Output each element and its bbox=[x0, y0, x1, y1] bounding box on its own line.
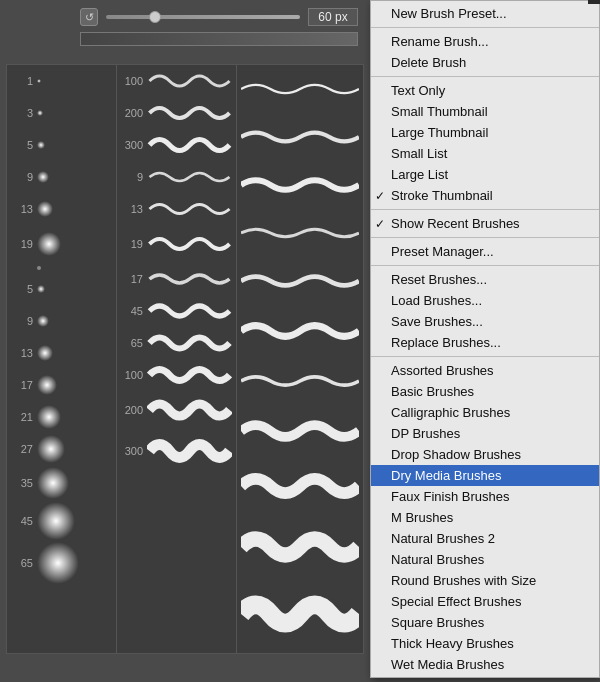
stroke-300[interactable]: 300 bbox=[117, 129, 236, 161]
menu-item-basic-brushes[interactable]: Basic Brushes bbox=[371, 381, 599, 402]
menu-item-stroke-thumbnail[interactable]: ✓Stroke Thumbnail bbox=[371, 185, 599, 206]
menu-item-dry-media-brushes[interactable]: Dry Media Brushes bbox=[371, 465, 599, 486]
menu-item-dp-brushes[interactable]: DP Brushes bbox=[371, 423, 599, 444]
menu-item-show-recent-brushes[interactable]: ✓Show Recent Brushes bbox=[371, 213, 599, 234]
brush-strokes-mid: 100 200 300 9 bbox=[117, 65, 237, 653]
brush-dot-13 bbox=[37, 201, 53, 217]
menu-item-small-list[interactable]: Small List bbox=[371, 143, 599, 164]
menu-item-new-brush-preset[interactable]: New Brush Preset... bbox=[371, 3, 599, 24]
brush-item-3[interactable]: 3 bbox=[7, 97, 116, 129]
menu-item-assorted-brushes[interactable]: Assorted Brushes bbox=[371, 360, 599, 381]
size-input[interactable] bbox=[308, 8, 358, 26]
brush-item-1[interactable]: 1 bbox=[7, 65, 116, 97]
menu-separator-4 bbox=[371, 76, 599, 77]
stroke-9[interactable]: 9 bbox=[117, 161, 236, 193]
right-stroke-5[interactable] bbox=[237, 257, 363, 305]
brush-item-dot[interactable] bbox=[7, 263, 116, 273]
stroke-45[interactable]: 45 bbox=[117, 295, 236, 327]
stroke-19[interactable]: 19 bbox=[117, 225, 236, 263]
menu-item-label: Text Only bbox=[391, 83, 445, 98]
menu-item-load-brushes[interactable]: Load Brushes... bbox=[371, 290, 599, 311]
menu-item-calligraphic-brushes[interactable]: Calligraphic Brushes bbox=[371, 402, 599, 423]
brush-dot-small bbox=[37, 266, 41, 270]
menu-item-label: Replace Brushes... bbox=[391, 335, 501, 350]
right-stroke-7[interactable] bbox=[237, 357, 363, 405]
menu-item-m-brushes[interactable]: M Brushes bbox=[371, 507, 599, 528]
menu-item-label: Basic Brushes bbox=[391, 384, 474, 399]
right-stroke-11[interactable] bbox=[237, 579, 363, 649]
dropdown-menu: New Brush Preset...Rename Brush...Delete… bbox=[370, 0, 600, 678]
menu-item-large-thumbnail[interactable]: Large Thumbnail bbox=[371, 122, 599, 143]
left-panel: ↺ 1 3 5 bbox=[0, 0, 370, 682]
menu-item-natural-brushes-2[interactable]: Natural Brushes 2 bbox=[371, 528, 599, 549]
menu-item-preset-manager[interactable]: Preset Manager... bbox=[371, 241, 599, 262]
menu-item-label: Drop Shadow Brushes bbox=[391, 447, 521, 462]
menu-item-square-brushes[interactable]: Square Brushes bbox=[371, 612, 599, 633]
menu-item-wet-media-brushes[interactable]: Wet Media Brushes bbox=[371, 654, 599, 675]
menu-item-label: Large Thumbnail bbox=[391, 125, 488, 140]
menu-item-label: Faux Finish Brushes bbox=[391, 489, 510, 504]
menu-item-label: Stroke Thumbnail bbox=[391, 188, 493, 203]
menu-separator-1 bbox=[371, 27, 599, 28]
brush-item-45[interactable]: 45 bbox=[7, 501, 116, 541]
checkmark-icon: ✓ bbox=[375, 189, 385, 203]
brush-item-13[interactable]: 13 bbox=[7, 193, 116, 225]
stroke-17[interactable]: 17 bbox=[117, 263, 236, 295]
stroke-13[interactable]: 13 bbox=[117, 193, 236, 225]
menu-item-large-list[interactable]: Large List bbox=[371, 164, 599, 185]
stroke-wave-100b bbox=[147, 362, 232, 388]
stroke-200b[interactable]: 200 bbox=[117, 391, 236, 429]
brush-item-13b[interactable]: 13 bbox=[7, 337, 116, 369]
menu-item-delete-brush[interactable]: Delete Brush bbox=[371, 52, 599, 73]
menu-item-label: Wet Media Brushes bbox=[391, 657, 504, 672]
stroke-100[interactable]: 100 bbox=[117, 65, 236, 97]
brush-item-65[interactable]: 65 bbox=[7, 541, 116, 585]
brush-item-35[interactable]: 35 bbox=[7, 465, 116, 501]
menu-item-reset-brushes[interactable]: Reset Brushes... bbox=[371, 269, 599, 290]
menu-item-special-effect-brushes[interactable]: Special Effect Brushes bbox=[371, 591, 599, 612]
right-stroke-8[interactable] bbox=[237, 405, 363, 457]
stroke-65b[interactable]: 65 bbox=[117, 327, 236, 359]
menu-item-replace-brushes[interactable]: Replace Brushes... bbox=[371, 332, 599, 353]
brush-item-9b[interactable]: 9 bbox=[7, 305, 116, 337]
menu-item-label: DP Brushes bbox=[391, 426, 460, 441]
menu-item-thick-heavy-brushes[interactable]: Thick Heavy Brushes bbox=[371, 633, 599, 654]
brush-item-21[interactable]: 21 bbox=[7, 401, 116, 433]
menu-item-save-brushes[interactable]: Save Brushes... bbox=[371, 311, 599, 332]
menu-item-drop-shadow-brushes[interactable]: Drop Shadow Brushes bbox=[371, 444, 599, 465]
stroke-100b[interactable]: 100 bbox=[117, 359, 236, 391]
right-stroke-1[interactable] bbox=[237, 65, 363, 113]
right-stroke-9[interactable] bbox=[237, 457, 363, 515]
menu-item-text-only[interactable]: Text Only bbox=[371, 80, 599, 101]
brush-item-9[interactable]: 9 bbox=[7, 161, 116, 193]
stroke-wave-45 bbox=[147, 298, 232, 324]
brush-list-left: 1 3 5 9 13 19 bbox=[7, 65, 117, 653]
menu-item-rename-brush[interactable]: Rename Brush... bbox=[371, 31, 599, 52]
menu-item-natural-brushes[interactable]: Natural Brushes bbox=[371, 549, 599, 570]
brush-dot-13b bbox=[37, 345, 53, 361]
hardness-row bbox=[12, 32, 358, 46]
menu-item-label: Thick Heavy Brushes bbox=[391, 636, 514, 651]
brush-item-27[interactable]: 27 bbox=[7, 433, 116, 465]
right-stroke-6[interactable] bbox=[237, 305, 363, 357]
menu-separator-15 bbox=[371, 265, 599, 266]
right-stroke-4[interactable] bbox=[237, 209, 363, 257]
menu-item-round-brushes-with-size[interactable]: Round Brushes with Size bbox=[371, 570, 599, 591]
menu-item-faux-finish-brushes[interactable]: Faux Finish Brushes bbox=[371, 486, 599, 507]
brush-item-5[interactable]: 5 bbox=[7, 129, 116, 161]
right-stroke-2[interactable] bbox=[237, 113, 363, 161]
brush-strokes-right bbox=[237, 65, 363, 653]
brush-item-17[interactable]: 17 bbox=[7, 369, 116, 401]
size-slider[interactable] bbox=[106, 15, 300, 19]
menu-item-small-thumbnail[interactable]: Small Thumbnail bbox=[371, 101, 599, 122]
menu-item-label: Small List bbox=[391, 146, 447, 161]
stroke-300b[interactable]: 300 bbox=[117, 429, 236, 473]
refresh-button[interactable]: ↺ bbox=[80, 8, 98, 26]
brush-item-19[interactable]: 19 bbox=[7, 225, 116, 263]
stroke-200[interactable]: 200 bbox=[117, 97, 236, 129]
right-stroke-3[interactable] bbox=[237, 161, 363, 209]
brush-item-5b[interactable]: 5 bbox=[7, 273, 116, 305]
right-stroke-10[interactable] bbox=[237, 515, 363, 579]
menu-item-label: Reset Brushes... bbox=[391, 272, 487, 287]
hardness-slider[interactable] bbox=[80, 32, 358, 46]
